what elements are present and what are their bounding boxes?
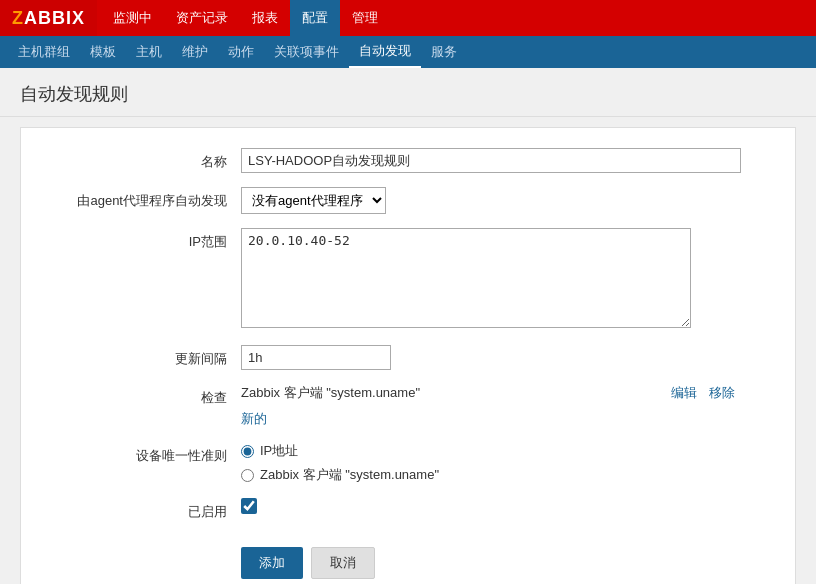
enabled-checkbox[interactable]	[241, 498, 257, 514]
subnav-templates[interactable]: 模板	[80, 36, 126, 68]
top-nav-items: 监测中 资产记录 报表 配置 管理	[101, 0, 390, 36]
logo[interactable]: ZABBIX	[0, 0, 97, 36]
name-input[interactable]	[241, 148, 741, 173]
interval-input[interactable]	[241, 345, 391, 370]
radio-zabbix[interactable]: Zabbix 客户端 "system.uname"	[241, 466, 741, 484]
check-new-wrapper: 新的	[241, 406, 741, 428]
check-text: Zabbix 客户端 "system.uname"	[241, 384, 420, 402]
interval-control	[241, 345, 741, 370]
label-name: 名称	[41, 148, 241, 171]
nav-item-assets[interactable]: 资产记录	[164, 0, 240, 36]
form-row-enabled: 已启用	[21, 498, 795, 521]
btn-row: 添加 取消	[21, 537, 795, 579]
page-title: 自动发现规则	[0, 68, 816, 117]
form-row-ip: IP范围 20.0.10.40-52	[21, 228, 795, 331]
agent-select[interactable]: 没有agent代理程序	[241, 187, 386, 214]
check-links: 编辑 移除	[671, 384, 741, 402]
nav-item-config[interactable]: 配置	[290, 0, 340, 36]
subnav-actions[interactable]: 动作	[218, 36, 264, 68]
radio-ip-label: IP地址	[260, 442, 298, 460]
checkbox-item	[241, 498, 741, 514]
enabled-control	[241, 498, 741, 514]
uniqueness-control: IP地址 Zabbix 客户端 "system.uname"	[241, 442, 741, 484]
page-content: 自动发现规则 名称 由agent代理程序自动发现 没有agent代理程序 IP范…	[0, 68, 816, 584]
label-agent: 由agent代理程序自动发现	[41, 187, 241, 210]
radio-ip[interactable]: IP地址	[241, 442, 741, 460]
subnav-hosts[interactable]: 主机	[126, 36, 172, 68]
form-row-checks: 检查 Zabbix 客户端 "system.uname" 编辑 移除 新的	[21, 384, 795, 428]
logo-z: Z	[12, 8, 24, 28]
label-enabled: 已启用	[41, 498, 241, 521]
sub-navigation: 主机群组 模板 主机 维护 动作 关联项事件 自动发现 服务	[0, 36, 816, 68]
form-row-interval: 更新间隔	[21, 345, 795, 370]
label-checks: 检查	[41, 384, 241, 407]
check-new-link[interactable]: 新的	[241, 410, 267, 428]
name-control	[241, 148, 741, 173]
radio-ip-input[interactable]	[241, 445, 254, 458]
form-area: 名称 由agent代理程序自动发现 没有agent代理程序 IP范围 20.0.…	[20, 127, 796, 584]
add-button[interactable]: 添加	[241, 547, 303, 579]
check-remove-link[interactable]: 移除	[709, 384, 735, 402]
ip-control: 20.0.10.40-52	[241, 228, 741, 331]
radio-zabbix-input[interactable]	[241, 469, 254, 482]
nav-item-reports[interactable]: 报表	[240, 0, 290, 36]
check-item: Zabbix 客户端 "system.uname" 编辑 移除	[241, 384, 741, 402]
radio-zabbix-label: Zabbix 客户端 "system.uname"	[260, 466, 439, 484]
subnav-maintenance[interactable]: 维护	[172, 36, 218, 68]
label-interval: 更新间隔	[41, 345, 241, 368]
logo-text: ZABBIX	[12, 8, 85, 29]
nav-item-admin[interactable]: 管理	[340, 0, 390, 36]
form-row-uniqueness: 设备唯一性准则 IP地址 Zabbix 客户端 "system.uname"	[21, 442, 795, 484]
agent-control: 没有agent代理程序	[241, 187, 741, 214]
subnav-hostgroups[interactable]: 主机群组	[8, 36, 80, 68]
nav-item-monitor[interactable]: 监测中	[101, 0, 164, 36]
subnav-discovery[interactable]: 自动发现	[349, 36, 421, 68]
check-edit-link[interactable]: 编辑	[671, 384, 697, 402]
label-ip: IP范围	[41, 228, 241, 251]
cancel-button[interactable]: 取消	[311, 547, 375, 579]
form-row-name: 名称	[21, 148, 795, 173]
form-row-agent: 由agent代理程序自动发现 没有agent代理程序	[21, 187, 795, 214]
label-uniqueness: 设备唯一性准则	[41, 442, 241, 465]
subnav-services[interactable]: 服务	[421, 36, 467, 68]
radio-group: IP地址 Zabbix 客户端 "system.uname"	[241, 442, 741, 484]
checks-control: Zabbix 客户端 "system.uname" 编辑 移除 新的	[241, 384, 741, 428]
top-navigation: ZABBIX 监测中 资产记录 报表 配置 管理	[0, 0, 816, 36]
ip-textarea[interactable]: 20.0.10.40-52	[241, 228, 691, 328]
